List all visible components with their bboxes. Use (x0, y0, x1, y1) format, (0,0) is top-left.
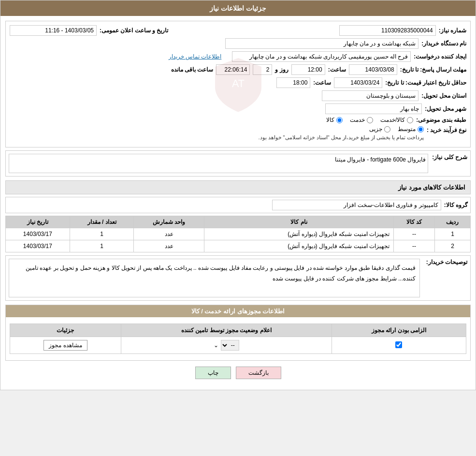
col-name: نام کالا (204, 216, 393, 228)
need-description-label: شرح کلی نیاز: (432, 154, 467, 161)
buyer-station-input[interactable] (225, 38, 418, 49)
col-count: تعداد / مقدار (70, 216, 134, 228)
permit-table-row: -- ⌄ مشاهده مجوز (10, 337, 466, 354)
radio-goods-service[interactable]: کالا/خدمت (380, 117, 413, 123)
goods-row-count: 1 (70, 228, 134, 240)
need-description-value: فایروال fortigate 600e - فایروال میتنا (9, 154, 428, 173)
goods-row-date: 1403/03/17 (6, 240, 70, 252)
goods-row-unit: عدد (134, 240, 204, 252)
creator-input[interactable] (232, 51, 411, 62)
goods-row-code: -- (393, 228, 434, 240)
page-header: جزئیات اطلاعات نیاز (0, 0, 476, 16)
permits-title: اطلاعات مجوزهای ارائه خدمت / کالا (6, 305, 470, 317)
buyer-description-label: توصیحات خریدار: (424, 259, 467, 265)
permit-status: -- ⌄ (121, 337, 332, 354)
page-title: جزئیات اطلاعات نیاز (210, 4, 266, 12)
view-permit-button[interactable]: مشاهده مجوز (43, 340, 87, 351)
price-validity-time-input[interactable] (276, 77, 310, 88)
radio-service[interactable]: خدمت (350, 117, 373, 123)
province-input[interactable] (322, 90, 418, 101)
category-radio-group: کالا/خدمت خدمت کالا (326, 117, 413, 123)
permits-section: اطلاعات مجوزهای ارائه خدمت / کالا الزامی… (5, 305, 471, 361)
goods-row-num: 1 (434, 228, 470, 240)
publish-date-label: تاریخ و ساعت اعلان عمومی: (100, 27, 168, 34)
radio-goods[interactable]: کالا (326, 117, 343, 123)
publish-date-input[interactable] (10, 25, 97, 36)
goods-table-row: 1 -- تجهیزات امنیت شبکه فایروال (دیواره … (6, 228, 471, 240)
creator-label: ایجاد کننده درخواست: (414, 53, 466, 60)
permit-col-status: اعلام وضعیت مجوز توسط تامین کننده (121, 324, 332, 337)
permit-col-required: الزامی بودن ارائه مجوز (332, 324, 466, 337)
goods-row-num: 2 (434, 240, 470, 252)
goods-table-row: 2 -- تجهیزات امنیت شبکه فایروال (دیواره … (6, 240, 471, 252)
buyer-station-label: نام دستگاه خریدار: (421, 40, 466, 47)
send-remaining-input[interactable] (216, 64, 250, 75)
send-remaining-label: ساعت باقی مانده (171, 66, 214, 73)
col-unit: واحد شمارش (134, 216, 204, 228)
price-validity-date-input[interactable] (334, 77, 382, 88)
goods-row-unit: عدد (134, 228, 204, 240)
goods-section-header: اطلاعات کالاهای مورد نیاز (5, 180, 471, 194)
permit-col-details: جزئیات (10, 324, 121, 337)
bottom-buttons: بازگشت چاپ (5, 361, 471, 385)
city-input[interactable] (325, 103, 422, 114)
goods-row-count: 1 (70, 240, 134, 252)
send-days-label: روز و (275, 66, 288, 73)
process-note: پرداخت تمام یا بخشی از مبلغ خرید،از محل … (258, 134, 424, 141)
need-number-label: شماره نیاز: (439, 27, 466, 34)
goods-row-name: تجهیزات امنیت شبکه فایروال (دیواره آتش) (204, 228, 393, 240)
radio-partial[interactable]: جزیی (369, 126, 390, 132)
goods-row-name: تجهیزات امنیت شبکه فایروال (دیواره آتش) (204, 240, 393, 252)
price-validity-label: حداقل تاریخ اعتبار قیمت: تا تاریخ: (385, 79, 466, 86)
goods-group-label: گروه کالا: (444, 202, 468, 208)
col-date: تاریخ نیاز (6, 216, 70, 228)
col-code: کد کالا (393, 216, 434, 228)
send-date-label: مهلت ارسال پاسخ: تا تاریخ: (400, 66, 466, 73)
send-time-label: ساعت: (328, 66, 346, 73)
send-date-input[interactable] (349, 64, 397, 75)
radio-medium[interactable]: متوسط (398, 126, 424, 132)
category-label: طبقه بندی موضوعی: (416, 117, 466, 123)
permit-details: مشاهده مجوز (10, 337, 121, 354)
print-button[interactable]: چاپ (195, 367, 231, 379)
goods-row-code: -- (393, 240, 434, 252)
send-days-input[interactable] (253, 64, 272, 75)
buyer-description-value: قیمت گذاری دقیقا طبق موارد خواسته شده در… (9, 259, 420, 297)
send-time-input[interactable] (291, 64, 325, 75)
goods-table: ردیف کد کالا نام کالا واحد شمارش تعداد /… (5, 216, 471, 252)
province-label: استان محل تحویل: (421, 92, 466, 99)
goods-group-input[interactable] (272, 200, 441, 210)
price-validity-time-label: ساعت: (313, 79, 331, 86)
need-number-input[interactable] (339, 25, 436, 36)
permit-required (332, 337, 466, 354)
permit-table: الزامی بودن ارائه مجوز اعلام وضعیت مجوز … (10, 324, 466, 354)
col-row: ردیف (434, 216, 470, 228)
goods-row-date: 1403/03/17 (6, 228, 70, 240)
contact-link[interactable]: اطلاعات تماس خریدار (169, 53, 222, 60)
permit-status-select[interactable]: -- (221, 340, 239, 351)
city-label: شهر محل تحویل: (425, 105, 466, 112)
process-label: نوع فرآیند خرید : (427, 127, 466, 133)
back-button[interactable]: بازگشت (236, 367, 281, 379)
